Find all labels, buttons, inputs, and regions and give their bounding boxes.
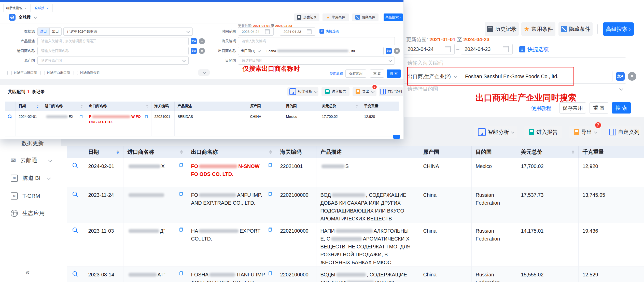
save-common-button[interactable]: 保存常用 [559,102,586,114]
translate-icon[interactable]: 文A [386,48,392,54]
translate-toggle-icon[interactable]: ≡ [628,72,636,81]
row-search-icon[interactable] [73,163,78,168]
quick-options-link[interactable]: # 快捷选项 [519,46,549,53]
origin-select[interactable]: 请选择原产国 [37,57,189,65]
translate-icon[interactable]: 文A [191,38,197,44]
close-icon[interactable]: × [25,6,27,10]
row-search-icon[interactable] [8,115,12,119]
row-search-icon[interactable] [73,271,78,277]
history-button[interactable]: 历史记录 [485,22,519,36]
hide-conditions-button[interactable]: 隐藏条件 [558,22,593,36]
search-button[interactable]: 搜 索 [612,102,631,114]
column-header[interactable]: 出口商名称 [187,146,276,158]
copy-icon[interactable] [269,228,272,232]
translate-toggle-icon[interactable]: ≡ [394,48,400,54]
copy-icon[interactable] [179,192,183,196]
sort-arrows-icon[interactable] [37,105,39,108]
sort-arrows-icon[interactable] [269,150,272,154]
sort-arrows-icon[interactable] [81,105,83,108]
collapse-form-button[interactable] [198,69,210,76]
exporter-mode-select[interactable]: 出口商(1) [238,47,263,55]
column-header-label: 日期 [88,148,99,156]
row-search-icon[interactable] [73,228,78,233]
copy-icon[interactable] [79,115,82,118]
popup-hs-code-input[interactable]: 请输入海关编码 [238,37,395,45]
chevron-down-icon[interactable] [34,15,37,19]
popup-search-button[interactable]: 搜 索 [387,69,401,78]
column-header[interactable]: 进口商名称 [42,102,86,111]
column-header[interactable]: 进口商名称 [123,146,187,158]
column-header[interactable]: 美元总价 [517,146,578,158]
segment-import[interactable]: 进口 [38,28,49,35]
report-icon [529,129,534,135]
copy-icon[interactable] [269,192,272,196]
advanced-search-button[interactable]: 高级搜索 › [603,22,634,36]
translate-toggle-icon[interactable]: ≡ [199,38,205,44]
copy-icon[interactable] [179,163,183,167]
sort-arrows-icon[interactable] [356,105,358,108]
sidebar-item-tcrm[interactable]: M T-CRM [11,191,57,201]
sort-arrows-icon[interactable] [117,150,119,154]
sidebar-item-data-update[interactable]: 数据更新 [21,139,44,147]
popup-hide-conditions-button[interactable]: 隐藏条件 [352,13,379,21]
column-header[interactable]: 日期 [16,102,42,111]
enter-report-button[interactable]: 进入报告 [524,126,562,138]
popup-corner-chip[interactable] [393,135,400,139]
popup-date-to-field[interactable]: 2024-04-23 [280,27,315,36]
translate-icon[interactable]: 文A [191,48,197,54]
product-desc-input[interactable]: 请输入关键词，多关键词用分号隔开 [37,37,189,45]
popup-custom-columns-button[interactable]: 自定义列 [379,87,403,96]
filter-logistics[interactable]: 过滤物流公司 [74,70,100,75]
popup-save-common-button[interactable]: 保存常用 [345,69,366,78]
popup-smart-analysis-button[interactable]: 智能分析 [287,87,318,96]
date-to-field[interactable]: 2024-04-23 [461,44,513,54]
copy-icon[interactable] [179,228,183,232]
popup-history-button[interactable]: 历史记录 [294,13,319,21]
importer-input[interactable]: 请输入进口商名称 [37,47,189,55]
column-header[interactable]: 日期 [84,146,123,158]
filter-blank-exporter[interactable]: 过滤空白出口商 [40,70,70,75]
popup-reset-button[interactable]: 重 置 [370,69,384,78]
copy-icon[interactable] [269,271,272,275]
popup-tutorial-link[interactable]: 使用教程 [330,72,343,76]
tutorial-link[interactable]: 使用教程 [531,105,551,112]
sort-arrows-icon[interactable] [146,105,148,108]
checkbox[interactable] [40,71,45,75]
column-header[interactable]: 美元总价 [319,102,361,111]
checkbox[interactable] [7,71,12,75]
popup-enter-report-button[interactable]: 进入报告 [321,87,349,96]
sidebar-item-mail[interactable]: ✉ 云邮通 [11,155,57,165]
smart-analysis-button[interactable]: 智能分析 [474,126,517,138]
checkbox[interactable] [74,71,78,75]
translate-toggle-icon[interactable]: ≡ [199,48,205,54]
date-from-field[interactable]: 2023-04-24 [404,44,455,54]
popup-exporter-field[interactable]: 出口商(1) Fosha, ltd. [238,47,384,55]
sort-arrows-icon[interactable] [572,150,574,154]
popup-quick-options-link[interactable]: # 快捷选项 [319,29,339,34]
sort-arrows-icon[interactable] [180,150,183,154]
custom-columns-button[interactable]: 自定义列 [608,126,641,138]
data-source-select[interactable]: 已选中102个数据源 [63,27,193,36]
tab-kazakhstan[interactable]: 哈萨克斯坦 × [3,4,29,12]
filter-blank-importer[interactable]: 过滤空白进口商 [7,70,37,75]
arrow-right-icon: › [629,26,631,32]
sidebar-item-bi[interactable]: BI 腾道 BI [11,173,57,183]
copy-icon[interactable] [145,115,148,118]
popup-advanced-search-button[interactable]: 高级搜索 › [384,13,403,21]
popup-destination-select[interactable]: 请选择目的国 [238,57,395,65]
translate-icon[interactable]: 文A [616,72,625,81]
close-icon[interactable]: × [47,6,49,10]
copy-icon[interactable] [179,271,183,275]
popup-date-from-field[interactable]: 2023-04-24 [238,27,274,36]
favorites-button[interactable]: ★ 常用条件 [521,22,555,36]
reset-button[interactable]: 重 置 [590,102,608,114]
copy-icon[interactable] [269,163,272,167]
row-search-icon[interactable] [73,192,78,197]
sidebar-item-eco[interactable]: 生态应用 [11,208,57,218]
column-header[interactable]: 出口商名称 [86,102,151,111]
tab-global-search[interactable]: 全球搜 × [30,4,53,12]
segment-export[interactable]: 出口 [49,28,61,35]
columns-label: 自定义列 [618,129,639,136]
sidebar-collapse-button[interactable]: « [25,268,30,276]
popup-favorites-button[interactable]: ★ 常用条件 [323,13,349,21]
